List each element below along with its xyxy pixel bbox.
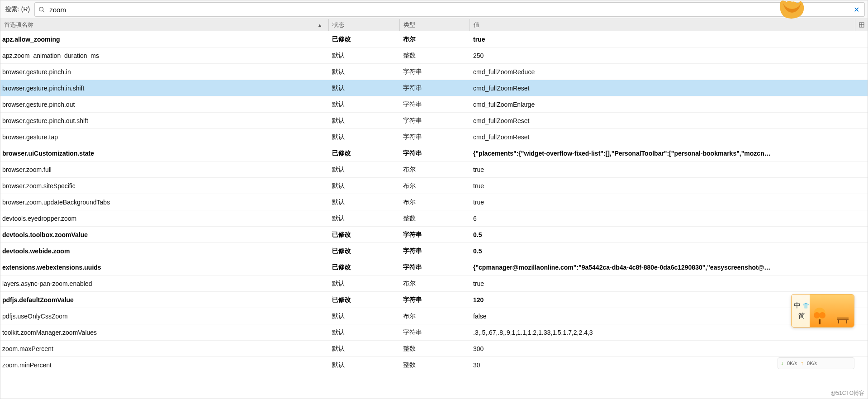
cell-status: 默认 <box>328 115 399 127</box>
ime-scene <box>810 294 854 327</box>
cell-value: cmd_fullZoomReset <box>470 132 868 142</box>
cell-value: cmd_fullZoomReset <box>470 115 868 126</box>
bench-icon <box>836 316 849 323</box>
cell-value: true <box>470 34 868 45</box>
table-row[interactable]: browser.gesture.pinch.in默认字符串cmd_fullZoo… <box>0 64 868 80</box>
table-row[interactable]: browser.gesture.pinch.out.shift默认字符串cmd_… <box>0 113 868 129</box>
cell-type: 整数 <box>399 343 470 355</box>
ime-line1: 中 👕 <box>794 301 809 310</box>
cell-status: 已修改 <box>328 147 399 159</box>
cell-name: extensions.webextensions.uuids <box>0 262 328 273</box>
table-row[interactable]: devtools.toolbox.zoomValue已修改字符串0.5 <box>0 227 868 243</box>
cell-type: 字符串 <box>399 82 470 94</box>
cell-status: 默认 <box>328 180 399 192</box>
search-input[interactable] <box>48 5 852 14</box>
table-row[interactable]: browser.uiCustomization.state已修改字符串{"pla… <box>0 145 868 162</box>
cell-value: cmd_fullZoomReset <box>470 83 868 94</box>
cell-type: 字符串 <box>399 99 470 110</box>
cell-type: 布尔 <box>399 310 470 322</box>
table-row[interactable]: browser.zoom.updateBackgroundTabs默认布尔tru… <box>0 194 868 210</box>
svg-point-0 <box>39 7 43 11</box>
cell-status: 默认 <box>328 359 399 371</box>
table-row[interactable]: browser.gesture.tap默认字符串cmd_fullZoomRese… <box>0 129 868 145</box>
cell-type: 字符串 <box>399 229 470 241</box>
cell-status: 已修改 <box>328 229 399 241</box>
cell-type: 布尔 <box>399 196 470 208</box>
cell-value: true <box>470 180 868 191</box>
search-label: 搜索: (R) <box>3 5 34 14</box>
ime-line2: 简 <box>798 312 805 320</box>
table-row[interactable]: toolkit.zoomManager.zoomValues默认字符串.3,.5… <box>0 324 868 341</box>
upload-speed: 0K/s <box>807 361 817 366</box>
table-row[interactable]: browser.zoom.siteSpecific默认布尔true <box>0 178 868 194</box>
svg-point-8 <box>819 312 825 318</box>
table-row[interactable]: extensions.webextensions.uuids已修改字符串{"cp… <box>0 259 868 276</box>
clear-search-icon[interactable]: ✕ <box>852 5 861 14</box>
cell-status: 默认 <box>328 66 399 78</box>
cell-type: 字符串 <box>399 261 470 273</box>
table-row[interactable]: apz.allow_zooming已修改布尔true <box>0 31 868 48</box>
search-box[interactable]: ✕ <box>34 2 865 17</box>
cell-name: browser.gesture.pinch.in <box>0 66 328 77</box>
cell-type: 整数 <box>399 359 470 371</box>
table-row[interactable]: browser.gesture.pinch.in.shift默认字符串cmd_f… <box>0 80 868 96</box>
search-bar: 搜索: (R) ✕ <box>0 0 868 19</box>
cell-name: zoom.maxPercent <box>0 343 328 354</box>
cell-type: 布尔 <box>399 33 470 45</box>
cell-name: devtools.toolbox.zoomValue <box>0 229 328 240</box>
cell-status: 已修改 <box>328 33 399 45</box>
preferences-table-body: apz.allow_zooming已修改布尔trueapz.zoom_anima… <box>0 31 868 373</box>
search-label-text: 搜索: <box>5 5 19 13</box>
network-speed-widget[interactable]: ↓ 0K/s ↑ 0K/s <box>778 357 854 369</box>
column-picker-icon[interactable] <box>855 19 868 31</box>
cell-status: 默认 <box>328 99 399 110</box>
cell-type: 布尔 <box>399 164 470 176</box>
table-row[interactable]: pdfjs.useOnlyCssZoom默认布尔false <box>0 308 868 324</box>
cell-type: 布尔 <box>399 180 470 192</box>
cell-type: 字符串 <box>399 245 470 257</box>
table-row[interactable]: devtools.eyedropper.zoom默认整数6 <box>0 210 868 227</box>
column-header-value[interactable]: 值 <box>470 19 855 31</box>
column-header-status[interactable]: 状态 <box>328 19 399 31</box>
cell-value: 0.5 <box>470 246 868 256</box>
table-row[interactable]: zoom.minPercent默认整数30 <box>0 357 868 373</box>
svg-point-7 <box>814 312 820 318</box>
cell-type: 整数 <box>399 50 470 62</box>
cell-value: cmd_fullZoomEnlarge <box>470 99 868 110</box>
cell-value: 250 <box>470 50 868 61</box>
table-row[interactable]: browser.zoom.full默认布尔true <box>0 162 868 178</box>
cell-name: toolkit.zoomManager.zoomValues <box>0 327 328 338</box>
table-row[interactable]: browser.gesture.pinch.out默认字符串cmd_fullZo… <box>0 96 868 113</box>
cell-status: 默认 <box>328 343 399 355</box>
table-row[interactable]: pdfjs.defaultZoomValue已修改字符串120 <box>0 292 868 308</box>
tree-icon <box>813 306 826 324</box>
table-row[interactable]: layers.async-pan-zoom.enabled默认布尔true <box>0 276 868 292</box>
cell-status: 默认 <box>328 50 399 62</box>
search-label-accel: (R) <box>21 5 30 13</box>
cell-name: apz.zoom_animation_duration_ms <box>0 50 328 61</box>
upload-arrow-icon: ↑ <box>801 360 803 366</box>
column-header-type-label: 类型 <box>403 21 415 28</box>
cell-name: browser.gesture.pinch.out <box>0 99 328 110</box>
table-row[interactable]: apz.zoom_animation_duration_ms默认整数250 <box>0 48 868 64</box>
cell-value: 300 <box>470 343 868 354</box>
table-row[interactable]: zoom.maxPercent默认整数300 <box>0 341 868 357</box>
cell-value: {"placements":{"widget-overflow-fixed-li… <box>470 148 868 159</box>
column-header-name[interactable]: 首选项名称 ▲ <box>0 19 328 31</box>
column-header-type[interactable]: 类型 <box>399 19 470 31</box>
cell-status: 默认 <box>328 164 399 176</box>
cell-name: browser.uiCustomization.state <box>0 148 328 159</box>
cell-status: 默认 <box>328 327 399 338</box>
cell-type: 布尔 <box>399 278 470 290</box>
cell-status: 默认 <box>328 310 399 322</box>
cell-name: browser.gesture.tap <box>0 132 328 142</box>
cell-name: browser.gesture.pinch.in.shift <box>0 83 328 94</box>
cell-status: 已修改 <box>328 261 399 273</box>
download-speed: 0K/s <box>787 361 797 366</box>
cell-value: cmd_fullZoomReduce <box>470 66 868 77</box>
cell-name: devtools.eyedropper.zoom <box>0 213 328 224</box>
sort-asc-icon: ▲ <box>318 23 325 28</box>
cell-status: 默认 <box>328 278 399 290</box>
ime-indicator[interactable]: 中 👕 简 <box>791 294 854 328</box>
table-row[interactable]: devtools.webide.zoom已修改字符串0.5 <box>0 243 868 259</box>
